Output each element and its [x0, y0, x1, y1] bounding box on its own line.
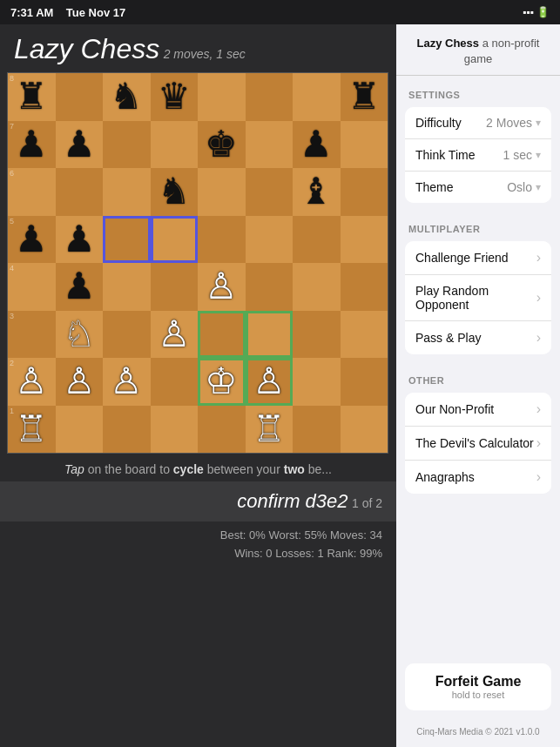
board-cell[interactable]: 3 [8, 311, 56, 359]
chess-piece: ♟ [15, 221, 48, 258]
challenge-friend-arrow: › [536, 250, 541, 266]
board-cell[interactable] [246, 263, 293, 311]
pass-play-label: Pass & Play [415, 331, 481, 345]
status-bar: 7:31 AM Tue Nov 17 ▪▪▪ 🔋 [0, 0, 560, 24]
settings-group: Difficulty 2 Moves ▾ Think Time 1 sec ▾ … [405, 107, 551, 203]
board-cell[interactable] [103, 168, 151, 216]
board-cell[interactable] [246, 121, 293, 169]
board-cell[interactable]: ♖ [246, 406, 293, 454]
board-cell[interactable]: ♟ [293, 121, 341, 169]
board-cell[interactable] [293, 311, 341, 359]
board-cell[interactable]: ♙ [198, 263, 246, 311]
board-cell[interactable] [341, 406, 388, 454]
board-cell[interactable]: 5♟ [8, 216, 56, 264]
forfeit-label: Forfeit Game [415, 674, 541, 690]
board-cell[interactable] [151, 121, 199, 169]
board-cell[interactable] [198, 406, 246, 454]
board-cell[interactable] [341, 358, 388, 406]
board-cell[interactable]: 1♖ [8, 406, 56, 454]
chess-piece: ♘ [63, 316, 96, 353]
pass-play-row[interactable]: Pass & Play › [405, 321, 551, 354]
board-cell[interactable] [246, 311, 293, 359]
board-cell[interactable] [341, 121, 388, 169]
board-cell[interactable]: ♔ [198, 358, 246, 406]
board-cell[interactable]: 2♙ [8, 358, 56, 406]
other-group: Our Non-Profit › The Devil's Calculator … [405, 393, 551, 494]
chess-piece: ♜ [15, 78, 48, 115]
board-cell[interactable] [198, 311, 246, 359]
difficulty-val-text: 2 Moves [486, 116, 532, 130]
board-cell[interactable] [103, 216, 151, 264]
nonprofit-label: Our Non-Profit [415, 402, 494, 416]
board-cell[interactable]: ♙ [56, 358, 104, 406]
forfeit-button[interactable]: Forfeit Game hold to reset [405, 663, 551, 710]
board-cell[interactable] [293, 73, 341, 121]
board-cell[interactable] [293, 263, 341, 311]
board-cell[interactable]: ♟ [56, 216, 104, 264]
board-cell[interactable] [198, 216, 246, 264]
board-cell[interactable]: 6 [8, 168, 56, 216]
board-cell[interactable] [198, 73, 246, 121]
board-cell[interactable] [293, 358, 341, 406]
board-cell[interactable] [246, 168, 293, 216]
play-random-row[interactable]: Play Random Opponent › [405, 275, 551, 321]
board-cell[interactable]: ♞ [151, 168, 199, 216]
board-cell[interactable] [56, 168, 104, 216]
app-title: Lazy Chess 2 moves, 1 sec [0, 24, 396, 69]
chess-piece: ♙ [110, 363, 143, 400]
play-random-label: Play Random Opponent [415, 284, 536, 312]
chess-piece: ♟ [15, 126, 48, 163]
board-cell[interactable] [341, 311, 388, 359]
stats-line-2: Wins: 0 Losses: 1 Rank: 99% [14, 545, 382, 563]
board-cell[interactable]: ♝ [293, 168, 341, 216]
board-cell[interactable] [341, 168, 388, 216]
chess-panel: Lazy Chess 2 moves, 1 sec 8♜♞♛♜7♟♟♚♟6♞♝5… [0, 24, 396, 747]
setting-difficulty[interactable]: Difficulty 2 Moves ▾ [405, 107, 551, 139]
board-cell[interactable] [293, 216, 341, 264]
board-cell[interactable] [341, 263, 388, 311]
board-cell[interactable] [151, 216, 199, 264]
chess-piece: ♚ [205, 126, 238, 163]
board-cell[interactable]: ♟ [56, 121, 104, 169]
challenge-friend-row[interactable]: Challenge Friend › [405, 241, 551, 275]
board-cell[interactable] [151, 406, 199, 454]
setting-theme[interactable]: Theme Oslo ▾ [405, 172, 551, 203]
board-cell[interactable] [198, 168, 246, 216]
board-cell[interactable]: ♜ [341, 73, 388, 121]
board-cell[interactable] [246, 73, 293, 121]
status-icons: ▪▪▪ 🔋 [523, 6, 550, 18]
board-cell[interactable]: ♛ [151, 73, 199, 121]
anagraphs-row[interactable]: Anagraphs › [405, 461, 551, 494]
board-cell[interactable] [151, 263, 199, 311]
board-cell[interactable] [56, 406, 104, 454]
board-cell[interactable] [103, 121, 151, 169]
board-cell[interactable]: 7♟ [8, 121, 56, 169]
stats-line-1: Best: 0% Worst: 55% Moves: 34 [14, 527, 382, 545]
board-cell[interactable]: ♘ [56, 311, 104, 359]
nonprofit-row[interactable]: Our Non-Profit › [405, 393, 551, 427]
devils-calc-row[interactable]: The Devil's Calculator › [405, 427, 551, 461]
board-cell[interactable]: ♚ [198, 121, 246, 169]
board-cell[interactable] [246, 216, 293, 264]
board-cell[interactable]: ♙ [151, 311, 199, 359]
board-cell[interactable] [103, 311, 151, 359]
chess-piece: ♟ [63, 221, 96, 258]
board-cell[interactable]: ♟ [56, 263, 104, 311]
chess-board[interactable]: 8♜♞♛♜7♟♟♚♟6♞♝5♟♟4♟♙3♘♙2♙♙♙♔♙1♖♖ [7, 72, 388, 454]
board-cell[interactable] [341, 216, 388, 264]
board-cell[interactable]: 8♜ [8, 73, 56, 121]
chess-piece: ♟ [63, 268, 96, 305]
board-cell[interactable] [103, 406, 151, 454]
setting-thinktime[interactable]: Think Time 1 sec ▾ [405, 139, 551, 172]
board-cell[interactable] [151, 358, 199, 406]
board-cell[interactable] [103, 263, 151, 311]
board-cell[interactable]: ♙ [246, 358, 293, 406]
board-cell[interactable]: ♙ [103, 358, 151, 406]
board-cell[interactable] [56, 73, 104, 121]
board-cell[interactable] [293, 406, 341, 454]
footer-text: Cinq-Mars Media © 2021 v1.0.0 [416, 727, 539, 737]
board-cell[interactable]: 4 [8, 263, 56, 311]
board-cell[interactable]: ♞ [103, 73, 151, 121]
chess-piece: ♛ [158, 78, 191, 115]
settings-panel: Lazy Chess a non-profit game SETTINGS Di… [396, 24, 560, 747]
